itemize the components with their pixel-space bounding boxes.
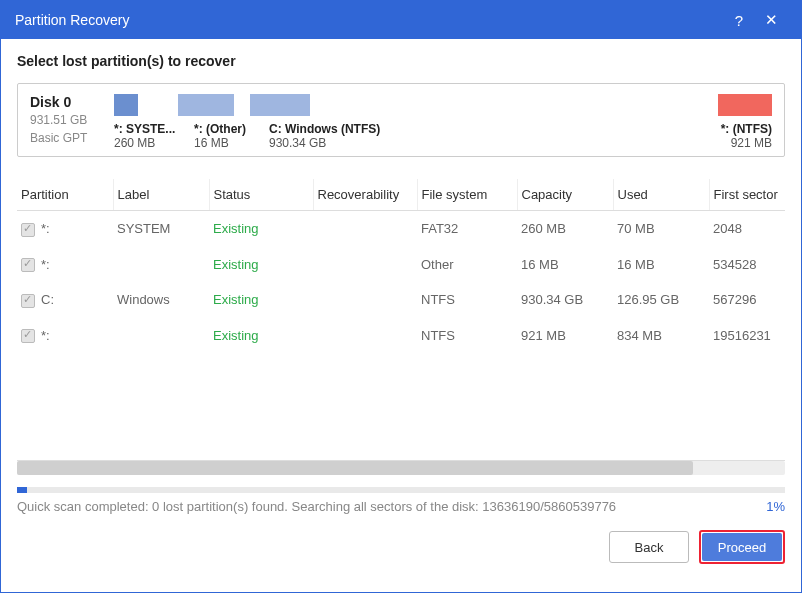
cell-filesystem: NTFS (417, 318, 517, 354)
cell-filesystem: NTFS (417, 282, 517, 318)
col-used[interactable]: Used (613, 179, 709, 211)
cell-first-sector: 567296 (709, 282, 785, 318)
cell-recoverability (313, 282, 417, 318)
col-first-sector[interactable]: First sector (709, 179, 785, 211)
cell-first-sector: 2048 (709, 211, 785, 247)
cell-label (113, 318, 209, 354)
table-row[interactable]: *:ExistingOther16 MB16 MB534528 (17, 247, 785, 283)
close-icon[interactable]: ✕ (755, 11, 787, 29)
cell-first-sector: 19516231 (709, 318, 785, 354)
col-capacity[interactable]: Capacity (517, 179, 613, 211)
page-heading: Select lost partition(s) to recover (17, 53, 785, 69)
segment-label-ntfs: *: (NTFS) 921 MB (721, 122, 772, 150)
help-icon[interactable]: ? (723, 12, 755, 29)
proceed-highlight: Proceed (699, 530, 785, 564)
checkbox-icon[interactable] (21, 294, 35, 308)
horizontal-scrollbar[interactable] (17, 461, 785, 475)
cell-status: Existing (209, 211, 313, 247)
cell-partition: *: (17, 247, 113, 283)
cell-partition: C: (17, 282, 113, 318)
disk-size: 931.51 GB (30, 112, 100, 128)
table-row[interactable]: C:WindowsExistingNTFS930.34 GB126.95 GB5… (17, 282, 785, 318)
disk-type: Basic GPT (30, 130, 100, 146)
cell-first-sector: 534528 (709, 247, 785, 283)
cell-partition: *: (17, 318, 113, 354)
segment-windows[interactable] (250, 94, 310, 116)
cell-recoverability (313, 247, 417, 283)
window-title: Partition Recovery (15, 12, 723, 28)
cell-partition: *: (17, 211, 113, 247)
status-text: Quick scan completed: 0 lost partition(s… (17, 499, 766, 514)
cell-used: 70 MB (613, 211, 709, 247)
cell-filesystem: Other (417, 247, 517, 283)
cell-recoverability (313, 318, 417, 354)
cell-capacity: 930.34 GB (517, 282, 613, 318)
titlebar: Partition Recovery ? ✕ (1, 1, 801, 39)
scrollbar-thumb[interactable] (17, 461, 693, 475)
cell-capacity: 16 MB (517, 247, 613, 283)
table-row[interactable]: *:SYSTEMExistingFAT32260 MB70 MB2048 (17, 211, 785, 247)
segment-label-other: *: (Other) 16 MB (194, 122, 269, 150)
disk-info: Disk 0 931.51 GB Basic GPT (30, 94, 100, 146)
segment-ntfs[interactable] (718, 94, 772, 116)
cell-capacity: 921 MB (517, 318, 613, 354)
cell-status: Existing (209, 282, 313, 318)
cell-label: SYSTEM (113, 211, 209, 247)
checkbox-icon[interactable] (21, 329, 35, 343)
cell-filesystem: FAT32 (417, 211, 517, 247)
disk-name: Disk 0 (30, 94, 100, 110)
disk-usage-bar (114, 94, 772, 116)
segment-system[interactable] (114, 94, 138, 116)
segment-other[interactable] (178, 94, 234, 116)
col-recoverability[interactable]: Recoverability (313, 179, 417, 211)
progress-percent: 1% (766, 499, 785, 514)
cell-used: 834 MB (613, 318, 709, 354)
cell-used: 16 MB (613, 247, 709, 283)
proceed-button[interactable]: Proceed (702, 533, 782, 561)
progress-bar (17, 487, 785, 493)
cell-label (113, 247, 209, 283)
back-button[interactable]: Back (609, 531, 689, 563)
table-row[interactable]: *:ExistingNTFS921 MB834 MB19516231 (17, 318, 785, 354)
cell-status: Existing (209, 247, 313, 283)
checkbox-icon[interactable] (21, 258, 35, 272)
cell-used: 126.95 GB (613, 282, 709, 318)
segment-label-windows: C: Windows (NTFS) 930.34 GB (269, 122, 721, 150)
partition-table: Partition Label Status Recoverability Fi… (17, 179, 785, 461)
footer: Back Proceed (1, 514, 801, 580)
cell-capacity: 260 MB (517, 211, 613, 247)
disk-panel: Disk 0 931.51 GB Basic GPT *: SYSTE... 2… (17, 83, 785, 157)
cell-status: Existing (209, 318, 313, 354)
cell-recoverability (313, 211, 417, 247)
checkbox-icon[interactable] (21, 223, 35, 237)
col-status[interactable]: Status (209, 179, 313, 211)
segment-label-system: *: SYSTE... 260 MB (114, 122, 194, 150)
col-filesystem[interactable]: File system (417, 179, 517, 211)
col-partition[interactable]: Partition (17, 179, 113, 211)
segment-spacer (310, 94, 718, 116)
col-label[interactable]: Label (113, 179, 209, 211)
cell-label: Windows (113, 282, 209, 318)
progress-fill (17, 487, 27, 493)
table-header-row: Partition Label Status Recoverability Fi… (17, 179, 785, 211)
